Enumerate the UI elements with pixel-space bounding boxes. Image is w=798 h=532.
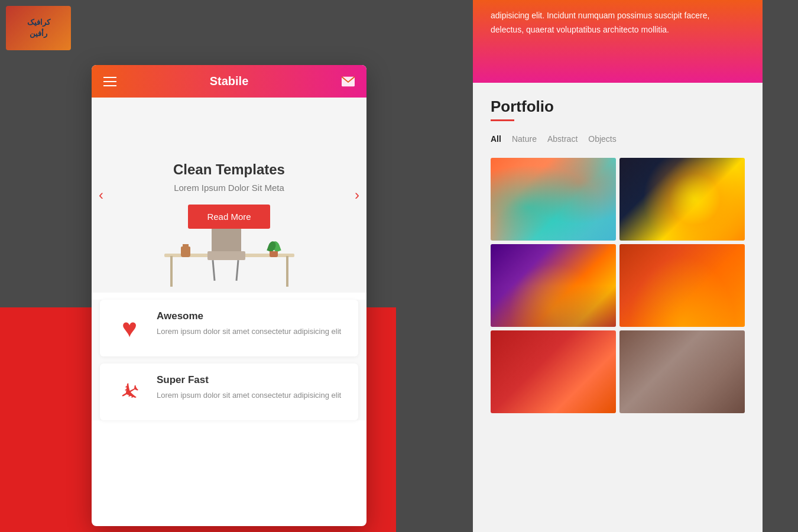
right-top-text: adipisicing elit. Incidunt numquam possi… xyxy=(491,0,745,37)
paper-plane-icon: ✈ xyxy=(112,374,147,410)
hero-slider: ‹ Clean Templates Lorem Ipsum Dolor Sit … xyxy=(92,98,366,293)
heart-icon: ♥ xyxy=(112,310,147,346)
bricks-image xyxy=(619,330,745,413)
phone-mockup: Stabile ‹ Clean Templates Lorem Ipsum Do… xyxy=(92,65,366,526)
feature-awesome-text: Awesome Lorem ipsum dolor sit amet conse… xyxy=(157,310,341,338)
portfolio-item-sparks[interactable] xyxy=(619,158,745,241)
filter-nature[interactable]: Nature xyxy=(512,133,537,145)
chair-seat xyxy=(207,251,245,260)
slider-prev-arrow[interactable]: ‹ xyxy=(99,187,103,203)
feature-card-fast: ✈ Super Fast Lorem ipsum dolor sit amet … xyxy=(100,364,358,420)
logo-text: کرافیک رأفین xyxy=(27,17,50,38)
right-panel: adipisicing elit. Incidunt numquam possi… xyxy=(473,0,763,532)
feature-awesome-title: Awesome xyxy=(157,310,341,322)
feature-fast-title: Super Fast xyxy=(157,374,341,386)
portfolio-item-sunset[interactable] xyxy=(491,244,616,327)
right-top-section: adipisicing elit. Incidunt numquam possi… xyxy=(473,0,763,83)
portfolio-item-bricks[interactable] xyxy=(619,330,745,413)
plant-decoration xyxy=(268,236,280,257)
portfolio-item-leaves[interactable] xyxy=(491,330,616,413)
portfolio-grid xyxy=(491,158,745,413)
slider-content: Clean Templates Lorem Ipsum Dolor Sit Me… xyxy=(173,161,285,229)
leaves-image xyxy=(491,330,616,413)
chair-leg-1 xyxy=(212,260,215,281)
portfolio-title: Portfolio xyxy=(491,98,745,116)
sunset-image xyxy=(491,244,616,327)
phone-header: Stabile xyxy=(92,65,366,98)
features-list: ♥ Awesome Lorem ipsum dolor sit amet con… xyxy=(92,300,366,420)
portfolio-title-underline xyxy=(491,119,514,121)
portfolio-section: Portfolio All Nature Abstract Objects xyxy=(473,83,763,532)
mail-icon[interactable] xyxy=(342,76,355,87)
desk-leg-right xyxy=(286,256,288,287)
logo-area: کرافیک رأفین xyxy=(6,6,71,53)
vase-decoration xyxy=(181,244,190,257)
logo-box: کرافیک رأفین xyxy=(6,6,71,50)
sparks-image xyxy=(619,158,745,241)
filter-objects[interactable]: Objects xyxy=(588,133,616,145)
portfolio-item-kayaks[interactable] xyxy=(491,158,616,241)
filter-all[interactable]: All xyxy=(491,133,501,145)
portfolio-filters: All Nature Abstract Objects xyxy=(491,133,745,145)
hamburger-menu-icon[interactable] xyxy=(103,77,116,86)
phone-app-title: Stabile xyxy=(210,74,249,88)
fire-image xyxy=(619,244,745,327)
read-more-button[interactable]: Read More xyxy=(188,205,270,229)
feature-awesome-desc: Lorem ipsum dolor sit amet consectetur a… xyxy=(157,326,341,338)
desk-leg-left xyxy=(170,256,173,287)
feature-fast-desc: Lorem ipsum dolor sit amet consectetur a… xyxy=(157,390,341,401)
slider-title: Clean Templates xyxy=(173,161,285,178)
filter-abstract[interactable]: Abstract xyxy=(547,133,578,145)
slider-subtitle: Lorem Ipsum Dolor Sit Meta xyxy=(173,183,285,193)
chair-leg-2 xyxy=(235,260,239,281)
kayaks-image xyxy=(491,158,616,241)
feature-card-awesome: ♥ Awesome Lorem ipsum dolor sit amet con… xyxy=(100,300,358,356)
portfolio-item-fire[interactable] xyxy=(619,244,745,327)
feature-fast-text: Super Fast Lorem ipsum dolor sit amet co… xyxy=(157,374,341,401)
slider-next-arrow[interactable]: › xyxy=(355,187,359,203)
